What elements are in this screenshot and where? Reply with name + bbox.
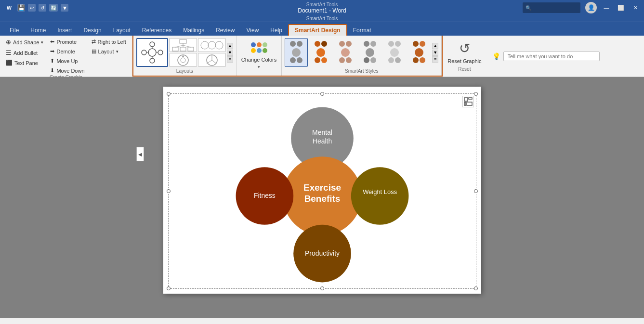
tab-format[interactable]: Format <box>347 25 377 36</box>
word-page: Mental Health Exercise Benefits Fitness … <box>163 87 481 294</box>
autosave-icon[interactable]: 🔄 <box>49 4 58 12</box>
minimize-button[interactable]: — <box>602 3 611 13</box>
reset-label: Reset Graphic <box>447 58 481 65</box>
demote-button[interactable]: ➡ Demote <box>48 47 86 55</box>
svg-point-2 <box>150 58 155 63</box>
layout-options-icon <box>464 97 473 106</box>
restore-button[interactable]: ⬜ <box>616 3 626 13</box>
style-swatch-4[interactable] <box>358 38 381 67</box>
svg-rect-43 <box>464 102 466 105</box>
svg-rect-41 <box>464 98 468 101</box>
tab-insert[interactable]: Insert <box>52 25 78 36</box>
smartart-styles-label: SmartArt Styles <box>345 68 378 74</box>
styles-scroll-up[interactable]: ▲ <box>432 43 438 49</box>
text-pane-icon: ⬛ <box>6 60 13 66</box>
title-bar-controls: 🔍 👤 — ⬜ ✕ <box>523 2 640 13</box>
demote-icon: ➡ <box>50 48 54 54</box>
lightbulb-icon: 💡 <box>492 52 500 60</box>
user-avatar: 👤 <box>585 2 597 13</box>
add-shape-icon: ⊕ <box>6 39 11 46</box>
add-bullet-button[interactable]: ☰ Add Bullet <box>4 48 45 57</box>
layout-row2 <box>169 53 226 67</box>
layout-scroll-more[interactable]: ≡ <box>227 56 233 63</box>
svg-text:Weight Loss: Weight Loss <box>363 188 397 195</box>
document-area: ◀ Mental <box>0 77 644 318</box>
layout-scroll-down[interactable]: ▼ <box>227 50 233 56</box>
highlighted-ribbon-section: ▲ ▼ ≡ Layouts Change Colors ▾ <box>132 36 443 77</box>
add-shape-button[interactable]: ⊕ Add Shape ▾ <box>4 38 45 47</box>
change-colors-label: Change Colors <box>241 57 276 63</box>
more-icon[interactable]: ▾ <box>61 4 68 12</box>
style-swatch-6[interactable] <box>407 38 431 67</box>
right-to-left-icon: ⇄ <box>92 39 96 45</box>
styles-scroll-more[interactable]: ≡ <box>432 56 438 63</box>
svg-text:Exercise: Exercise <box>303 182 341 193</box>
tab-view[interactable]: View <box>241 25 265 36</box>
ribbon: ⊕ Add Shape ▾ ☰ Add Bullet ⬛ Text Pane ⬅… <box>0 36 644 77</box>
right-to-left-button[interactable]: ⇄ Right to Left <box>90 38 128 46</box>
layout-scroll-up[interactable]: ▲ <box>227 43 233 49</box>
text-pane-button[interactable]: ⬛ Text Pane <box>4 59 45 67</box>
smartart-styles-group: ▲ ▼ ≡ SmartArt Styles <box>282 36 442 76</box>
create-graphic-buttons: ⊕ Add Shape ▾ ☰ Add Bullet ⬛ Text Pane <box>4 38 45 75</box>
create-graphic-far: ⇄ Right to Left ▤ Layout ▾ <box>90 38 128 75</box>
svg-text:Mental: Mental <box>312 129 332 136</box>
svg-point-4 <box>158 50 163 55</box>
layout-button[interactable]: ▤ Layout ▾ <box>90 47 128 55</box>
smartart-container[interactable]: Mental Health Exercise Benefits Fitness … <box>168 93 476 289</box>
layout-svg-radial <box>139 40 165 65</box>
svg-line-14 <box>175 45 183 47</box>
layout-thumb-pie[interactable] <box>198 53 226 67</box>
svg-text:Productivity: Productivity <box>304 249 339 257</box>
layout-dropdown-icon[interactable]: ▾ <box>116 49 118 54</box>
style-swatch-default[interactable] <box>285 38 308 67</box>
svg-point-3 <box>142 50 146 55</box>
layouts-content: ▲ ▼ ≡ <box>136 38 233 67</box>
add-shape-dropdown-icon[interactable]: ▾ <box>41 40 43 45</box>
tell-me-input[interactable] <box>503 52 600 61</box>
tab-file[interactable]: File <box>4 25 25 36</box>
tab-layout[interactable]: Layout <box>107 25 136 36</box>
word-icon: W <box>4 2 14 13</box>
ribbon-tabs: File Home Insert Design Layout Reference… <box>0 22 644 36</box>
undo-icon[interactable]: ↩ <box>28 4 36 12</box>
layout-thumb-cycle[interactable] <box>169 53 197 67</box>
sidebar-toggle[interactable]: ◀ <box>136 147 144 161</box>
smartart-svg: Mental Health Exercise Benefits Fitness … <box>169 94 476 288</box>
layout-svg-pie <box>199 48 225 72</box>
style-swatch-5[interactable] <box>383 38 406 67</box>
change-colors-button[interactable]: Change Colors ▾ <box>237 36 282 76</box>
tab-smartart-design[interactable]: SmartArt Design <box>288 24 347 36</box>
other-layouts <box>169 38 226 67</box>
move-up-button[interactable]: ⬆ Move Up <box>48 57 86 65</box>
close-button[interactable]: ✕ <box>631 3 640 13</box>
style-swatch-2[interactable] <box>309 38 332 67</box>
tab-design[interactable]: Design <box>78 25 107 36</box>
layout-icon: ▤ <box>92 48 96 54</box>
reset-graphic-button[interactable]: ↺ Reset Graphic Reset <box>443 36 486 77</box>
tab-help[interactable]: Help <box>264 25 288 36</box>
save-icon[interactable]: 💾 <box>17 4 25 12</box>
change-colors-dropdown[interactable]: ▾ <box>258 65 260 69</box>
title-bar: W 💾 ↩ ↺ 🔄 ▾ SmartArt Tools Document1 - W… <box>0 0 644 15</box>
styles-scroll: ▲ ▼ ≡ <box>432 43 438 63</box>
search-bar[interactable]: 🔍 <box>523 2 580 13</box>
svg-rect-9 <box>180 39 186 43</box>
title-bar-left: W 💾 ↩ ↺ 🔄 ▾ <box>4 2 68 13</box>
svg-point-37 <box>351 167 408 225</box>
redo-icon[interactable]: ↺ <box>39 4 46 12</box>
styles-scroll-down[interactable]: ▼ <box>432 50 438 56</box>
svg-text:Benefits: Benefits <box>304 194 340 204</box>
doc-title: Document1 - Word <box>298 7 346 14</box>
style-swatch-3[interactable] <box>334 38 357 67</box>
svg-line-15 <box>183 45 191 47</box>
change-colors-swatches <box>251 42 267 53</box>
layout-options-button[interactable] <box>462 96 474 107</box>
create-graphic-group: ⊕ Add Shape ▾ ☰ Add Bullet ⬛ Text Pane ⬅… <box>0 36 132 77</box>
move-down-button[interactable]: ⬇ Move Down <box>48 66 86 75</box>
promote-button[interactable]: ⬅ Promote <box>48 38 86 46</box>
layout-thumb-selected[interactable] <box>136 38 168 67</box>
tab-home[interactable]: Home <box>25 25 52 36</box>
layout-scroll: ▲ ▼ ≡ <box>227 43 233 63</box>
layouts-group: ▲ ▼ ≡ Layouts <box>133 36 237 76</box>
